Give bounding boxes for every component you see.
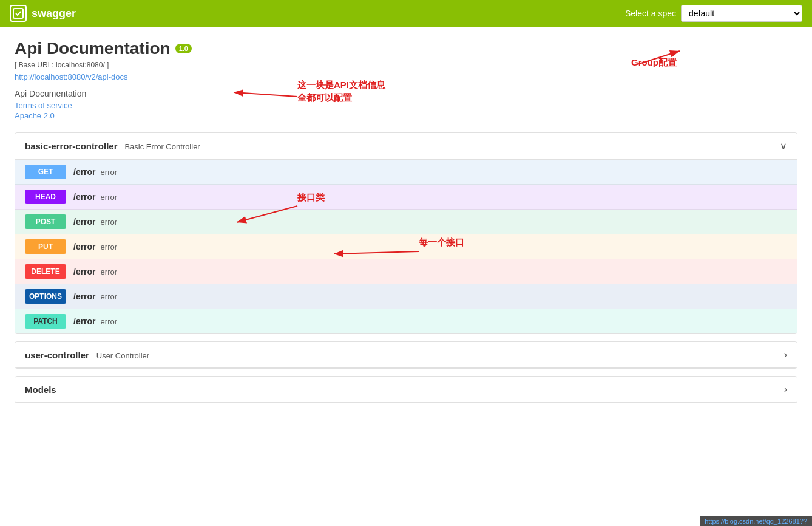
endpoint-options-error[interactable]: OPTIONS /error error bbox=[15, 284, 797, 309]
endpoint-summary-get: error bbox=[101, 168, 117, 177]
endpoint-summary-delete: error bbox=[101, 267, 117, 276]
api-info-section: Api Documentation 1.0 [ Base URL: localh… bbox=[15, 39, 797, 120]
method-badge-options: OPTIONS bbox=[25, 289, 66, 304]
endpoint-delete-error[interactable]: DELETE /error error bbox=[15, 259, 797, 284]
logo: swagger bbox=[10, 5, 76, 22]
method-badge-get: GET bbox=[25, 165, 66, 179]
endpoint-put-error[interactable]: PUT /error error bbox=[15, 234, 797, 259]
endpoint-path-delete: /error bbox=[73, 267, 96, 276]
endpoint-path-put: /error bbox=[73, 242, 96, 251]
base-url: [ Base URL: localhost:8080/ ] bbox=[15, 61, 797, 69]
logo-text: swagger bbox=[32, 7, 76, 20]
endpoint-summary-options: error bbox=[101, 292, 117, 301]
endpoint-path-post: /error bbox=[73, 217, 96, 227]
controller-desc-user: User Controller bbox=[96, 351, 149, 360]
controllers-list: basic-error-controller Basic Error Contr… bbox=[15, 132, 797, 403]
api-description: Api Documentation bbox=[15, 89, 797, 98]
spec-selector-container: Select a spec default bbox=[625, 5, 802, 22]
main-content: Api Documentation 1.0 [ Base URL: localh… bbox=[0, 27, 812, 423]
endpoint-post-error[interactable]: POST /error error bbox=[15, 210, 797, 234]
endpoint-summary-head: error bbox=[101, 193, 117, 202]
chevron-user: › bbox=[784, 349, 787, 360]
api-title-text: Api Documentation bbox=[15, 39, 171, 58]
chevron-basic-error: ∨ bbox=[780, 140, 787, 152]
models-label: Models bbox=[25, 384, 56, 395]
controller-name-basic-error: basic-error-controller bbox=[25, 141, 118, 151]
controller-title-group: basic-error-controller Basic Error Contr… bbox=[25, 141, 200, 151]
endpoint-path-patch: /error bbox=[73, 316, 96, 326]
endpoint-path-head: /error bbox=[73, 192, 96, 202]
method-badge-patch: PATCH bbox=[25, 314, 66, 329]
version-badge: 1.0 bbox=[175, 44, 192, 53]
models-header[interactable]: Models › bbox=[15, 377, 797, 403]
logo-icon bbox=[10, 5, 27, 22]
endpoint-get-error[interactable]: GET /error error bbox=[15, 160, 797, 185]
controller-header-basic-error[interactable]: basic-error-controller Basic Error Contr… bbox=[15, 133, 797, 160]
controller-name-user: user-controller bbox=[25, 350, 89, 360]
chevron-models: › bbox=[784, 384, 787, 395]
controller-header-user[interactable]: user-controller User Controller › bbox=[15, 342, 797, 368]
terms-of-service-link[interactable]: Terms of service bbox=[15, 101, 797, 110]
api-docs-link[interactable]: http://localhost:8080/v2/api-docs bbox=[15, 72, 127, 81]
spec-selector-label: Select a spec bbox=[625, 9, 676, 18]
endpoint-patch-error[interactable]: PATCH /error error bbox=[15, 309, 797, 333]
app-header: swagger Select a spec default bbox=[0, 0, 812, 27]
controller-title-group-user: user-controller User Controller bbox=[25, 350, 149, 360]
endpoint-summary-post: error bbox=[101, 217, 117, 227]
controller-desc-basic-error: Basic Error Controller bbox=[124, 142, 200, 151]
method-badge-put: PUT bbox=[25, 239, 66, 254]
endpoint-head-error[interactable]: HEAD /error error bbox=[15, 185, 797, 210]
endpoint-path-get: /error bbox=[73, 167, 96, 177]
method-badge-delete: DELETE bbox=[25, 264, 66, 279]
api-title-container: Api Documentation 1.0 bbox=[15, 39, 797, 58]
svg-rect-0 bbox=[13, 9, 23, 18]
endpoint-summary-patch: error bbox=[101, 317, 117, 326]
controller-user: user-controller User Controller › bbox=[15, 341, 797, 369]
endpoint-path-options: /error bbox=[73, 292, 96, 301]
models-section: Models › bbox=[15, 376, 797, 403]
method-badge-post: POST bbox=[25, 214, 66, 229]
method-badge-head: HEAD bbox=[25, 190, 66, 204]
endpoint-summary-put: error bbox=[101, 242, 117, 251]
license-link[interactable]: Apache 2.0 bbox=[15, 111, 797, 120]
controller-basic-error: basic-error-controller Basic Error Contr… bbox=[15, 132, 797, 334]
spec-select[interactable]: default bbox=[681, 5, 802, 22]
